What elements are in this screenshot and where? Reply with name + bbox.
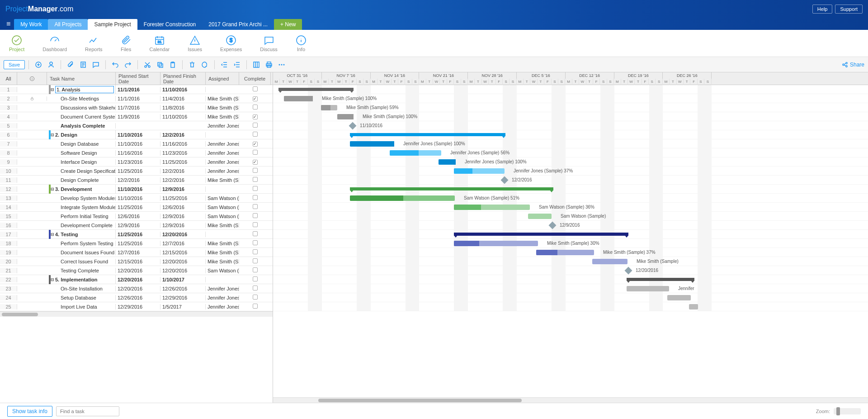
complete-checkbox[interactable] (253, 240, 258, 245)
copy-icon[interactable] (156, 60, 165, 69)
person-icon[interactable] (47, 60, 56, 69)
complete-checkbox[interactable] (253, 105, 258, 110)
col-assigned[interactable]: Assigned (206, 72, 239, 85)
columns-icon[interactable] (252, 60, 261, 69)
summary-bar[interactable] (350, 133, 505, 136)
expand-icon[interactable]: ⊟ (51, 277, 54, 282)
grid-row[interactable]: 12⊟3. Development11/10/201612/9/2016 (0, 185, 273, 194)
grid-row[interactable]: 25Import Live Data12/29/20161/5/2017Jenn… (0, 302, 273, 311)
cut-icon[interactable] (143, 60, 152, 69)
grid-row[interactable]: 6⊟2. Design11/10/201612/2/2016 (0, 130, 273, 139)
tab-grandprix[interactable]: 2017 Grand Prix Archi ... (202, 19, 274, 30)
grid-row[interactable]: 19Document Issues Found12/7/201612/15/20… (0, 248, 273, 257)
expand-icon[interactable]: ⊟ (51, 133, 54, 137)
comment-icon[interactable] (91, 60, 100, 69)
show-task-info-button[interactable]: Show task info (7, 406, 52, 417)
indent-icon[interactable] (232, 60, 241, 69)
task-bar[interactable]: Mike Smith (Sample) 30% (454, 241, 538, 246)
grid-row[interactable]: 18Perform System Testing11/25/201612/7/2… (0, 239, 273, 248)
task-bar[interactable]: Jennifer Jones (Sample) 100% (439, 159, 456, 165)
zoom-slider[interactable] (834, 408, 861, 414)
paste-icon[interactable] (168, 60, 177, 69)
task-name-input[interactable] (55, 86, 114, 93)
tb-dashboard[interactable]: Dashboard (42, 35, 67, 52)
col-info[interactable] (17, 72, 47, 85)
tab-new[interactable]: + New (274, 19, 302, 30)
tb-project[interactable]: Project (9, 35, 24, 52)
grid-row[interactable]: 21Testing Complete12/20/201612/20/2016Sa… (0, 266, 273, 275)
more-icon[interactable] (277, 60, 286, 69)
col-complete[interactable]: Complete (239, 72, 271, 85)
milestone[interactable] (625, 267, 632, 275)
task-bar[interactable]: Jennifer Jones (Sample) 56% (390, 150, 441, 156)
grid-row[interactable]: 9Interface Design11/23/201611/25/2016Jen… (0, 157, 273, 167)
task-bar[interactable]: Mike Smith (Sample) 37% (536, 250, 594, 255)
task-bar[interactable]: Jennifer Jones (Sample) 37% (454, 168, 505, 174)
col-all[interactable]: All (0, 72, 17, 85)
save-button[interactable]: Save (4, 60, 25, 69)
redo-icon[interactable] (123, 60, 132, 69)
grid-row[interactable]: 5Analysis CompleteJennifer Jones (0, 121, 273, 130)
task-bar[interactable]: Mike Smith (Sample) 100% (284, 96, 313, 101)
complete-checkbox[interactable] (253, 222, 258, 227)
tb-reports[interactable]: Reports (85, 35, 103, 52)
complete-checkbox[interactable] (253, 142, 258, 147)
col-start[interactable]: Planned Start Date (116, 72, 160, 85)
complete-checkbox[interactable] (253, 213, 258, 218)
menu-icon[interactable]: ≡ (3, 20, 14, 28)
complete-checkbox[interactable] (253, 249, 258, 254)
grid-row[interactable]: 17⊟4. Testing11/25/201612/20/2016 (0, 230, 273, 239)
complete-checkbox[interactable] (253, 276, 258, 281)
task-bar[interactable]: Jennifer (627, 286, 669, 291)
complete-checkbox[interactable] (253, 114, 258, 119)
tab-forester[interactable]: Forester Construction (137, 19, 202, 30)
tb-issues[interactable]: Issues (188, 35, 202, 52)
complete-checkbox[interactable] (253, 267, 258, 272)
grid-row[interactable]: 22⊟5. Implementation12/20/20161/10/2017 (0, 275, 273, 284)
grid-hscroll[interactable] (0, 311, 273, 317)
milestone[interactable] (549, 222, 557, 229)
tb-discuss[interactable]: Discuss (260, 35, 278, 52)
grid-row[interactable]: 14Integrate System Module11/25/201612/6/… (0, 203, 273, 212)
complete-checkbox[interactable] (253, 177, 258, 182)
tb-calendar[interactable]: 31 Calendar (150, 35, 170, 52)
complete-checkbox[interactable] (253, 204, 258, 209)
task-bar[interactable]: Sam Watson (Sample) (528, 214, 552, 219)
grid-row[interactable]: 2On-Site Meetings11/1/201611/4/2016Mike … (0, 94, 273, 103)
outdent-icon[interactable] (220, 60, 229, 69)
delete-icon[interactable] (188, 60, 197, 69)
task-bar[interactable]: Mike Smith (Sample) (592, 259, 627, 264)
find-task-input[interactable] (56, 406, 119, 416)
expand-icon[interactable]: ⊟ (51, 87, 54, 92)
complete-checkbox[interactable] (253, 195, 258, 200)
task-bar[interactable] (689, 304, 698, 309)
complete-checkbox[interactable] (253, 123, 258, 128)
grid-row[interactable]: 1⊟11/1/201611/10/2016 (0, 85, 273, 94)
note-icon[interactable] (79, 60, 88, 69)
summary-bar[interactable] (454, 233, 628, 236)
complete-checkbox[interactable] (253, 86, 258, 91)
col-finish[interactable]: Planned Finish Date (160, 72, 206, 85)
summary-bar[interactable] (278, 88, 354, 91)
tab-sample[interactable]: Sample Project (88, 19, 137, 30)
undo-icon[interactable] (111, 60, 120, 69)
complete-checkbox[interactable] (253, 168, 258, 173)
grid-row[interactable]: 8Software Design11/16/201611/23/2016Jenn… (0, 148, 273, 157)
complete-checkbox[interactable] (253, 160, 258, 165)
grid-row[interactable]: 16Development Complete12/9/201612/9/2016… (0, 221, 273, 230)
complete-checkbox[interactable] (253, 258, 258, 263)
task-bar[interactable]: Sam Watson (Sample) 36% (454, 205, 530, 210)
complete-checkbox[interactable] (253, 96, 258, 101)
grid-row[interactable]: 23On-Site Installation12/20/201612/26/20… (0, 284, 273, 293)
tb-expenses[interactable]: $ Expenses (220, 35, 242, 52)
expand-icon[interactable]: ⊟ (51, 232, 54, 237)
grid-row[interactable]: 24Setup Database12/26/201612/29/2016Jenn… (0, 293, 273, 302)
gantt-body[interactable]: Mike Smith (Sample) 100%Mike Smith (Samp… (273, 85, 868, 311)
gantt-hscroll[interactable] (273, 397, 868, 403)
complete-checkbox[interactable] (253, 150, 258, 155)
grid-row[interactable]: 10Create Design Specificati11/25/201612/… (0, 167, 273, 176)
expand-icon[interactable]: ⊟ (51, 187, 54, 191)
milestone[interactable] (501, 176, 509, 184)
tab-allprojects[interactable]: All Projects (48, 19, 88, 30)
grid-row[interactable]: 13Develop System Modules11/10/201611/25/… (0, 194, 273, 203)
